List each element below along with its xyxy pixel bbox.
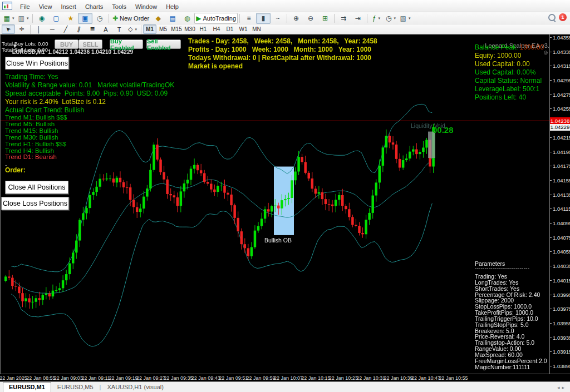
tf-button-mn[interactable]: MN <box>250 24 263 34</box>
trendline-icon: ╱ <box>64 26 68 33</box>
buy-button[interactable]: BUY <box>55 39 78 49</box>
menu-tools[interactable]: Tools <box>107 2 131 12</box>
shapes-icon[interactable]: ◇▾ <box>126 24 139 34</box>
new-order-button[interactable]: ✚New Order <box>111 13 151 24</box>
data-window-icon[interactable]: ▢ <box>49 13 63 24</box>
profiles-icon: ▥ <box>18 14 24 22</box>
horizontal-line-icon[interactable]: ─ <box>46 24 59 34</box>
menu-file[interactable]: File <box>16 2 35 12</box>
chart-tab-xauusd-h1-visual-[interactable]: XAUUSD,H1 (visual) <box>101 382 169 392</box>
templates-icon[interactable]: ▧▾ <box>398 13 412 24</box>
chart-candles-icon[interactable]: ▮ <box>256 13 271 24</box>
menu-help[interactable]: Help <box>161 2 183 12</box>
close-loss-positions-button[interactable]: Close Loss Positions <box>1 197 69 210</box>
price-tick: 1.04095 <box>553 220 570 226</box>
strategy-tester-icon[interactable]: ◷ <box>92 13 107 24</box>
parameter-line: TrailingStopPips: 5.0 <box>475 322 547 328</box>
time-label: 22 Jan 09:43 <box>191 375 220 381</box>
price-tick: 1.04335 <box>553 49 570 55</box>
sell-enabled-button[interactable]: Sell Enabled <box>146 39 181 49</box>
fibonacci-icon[interactable]: ≣ <box>86 24 99 34</box>
dropdown-arrow-icon: ▾ <box>394 16 396 21</box>
close-win-positions-button[interactable]: Close Win Positions <box>5 57 69 70</box>
chart-tab-eurusd-m5[interactable]: EURUSD,M5 <box>51 382 100 392</box>
text-icon[interactable]: A <box>99 24 112 34</box>
shapes-icon: ◇ <box>128 26 132 33</box>
chart-line-icon: ~ <box>276 14 280 22</box>
price-tick: 1.04055 <box>553 249 570 255</box>
auto-scroll-icon[interactable]: ⇉ <box>336 13 351 24</box>
metaeditor-icon: ◆ <box>156 14 161 22</box>
close-all-positions-button[interactable]: Close All Positions <box>5 181 68 194</box>
price-axis[interactable]: 1.04238 1.04229 1.043551.043351.043151.0… <box>549 34 570 374</box>
tf-button-m1[interactable]: M1 <box>143 24 156 34</box>
chart-candles-icon: ▮ <box>262 14 266 22</box>
total-sell-lots: Total Sell Lots: 0.00 <box>2 47 48 53</box>
chart-tabs: EURUSD,M1EURUSD,M5|XAUUSD,H1 (visual) <box>3 382 170 392</box>
time-label: 22 Jan 10:55 <box>439 375 468 381</box>
notification-badge[interactable]: 1 <box>559 13 567 21</box>
text-label-icon[interactable]: T <box>112 24 126 34</box>
zoom-out-icon[interactable]: ⊖ <box>303 13 318 24</box>
fibonacci-icon: ≣ <box>90 26 95 33</box>
equidistant-channel-icon[interactable]: ∥ <box>72 24 86 34</box>
price-tick: 1.04015 <box>553 277 570 284</box>
menu-window[interactable]: Window <box>131 2 161 12</box>
navigator-icon[interactable]: ★ <box>63 13 78 24</box>
ea-status-line: Used Capital: 0.00 <box>475 60 544 68</box>
crosshair-icon[interactable]: ✛ <box>15 24 28 34</box>
time-axis[interactable]: 22 Jan 202522 Jan 08:5522 Jan 09:0322 Ja… <box>0 374 570 381</box>
experts-icon[interactable]: ▤ <box>165 13 180 24</box>
tf-button-m30[interactable]: M30 <box>183 24 196 34</box>
price-tick: 1.04115 <box>553 206 570 212</box>
zoom-in-icon[interactable]: ⊕ <box>289 13 303 24</box>
tf-button-h1[interactable]: H1 <box>196 24 210 34</box>
sell-button[interactable]: SELL <box>78 39 102 49</box>
metaeditor-icon[interactable]: ◆ <box>151 13 165 24</box>
tab-scroll-arrows[interactable]: ◂▸ <box>557 385 567 390</box>
trendline-icon[interactable]: ╱ <box>59 24 72 34</box>
auto-scroll-icon: ⇉ <box>341 14 346 22</box>
toolbar-separator <box>287 14 287 23</box>
vertical-line-icon[interactable]: │ <box>32 24 46 34</box>
search-icon[interactable] <box>548 14 556 21</box>
text-label-icon: T <box>117 26 121 33</box>
chart-bars-icon[interactable]: ≡ <box>242 13 256 24</box>
trend-line: Trend M30: Bullish <box>5 135 67 141</box>
periods-icon[interactable]: ◷▾ <box>384 13 398 24</box>
menu-insert[interactable]: Insert <box>56 2 81 12</box>
trend-line: Trend H1: Bullish $$$ <box>5 141 67 148</box>
toolbar-separator <box>239 14 240 23</box>
menu-view[interactable]: View <box>35 2 57 12</box>
tf-button-h4[interactable]: H4 <box>210 24 223 34</box>
new-chart-icon[interactable]: ▦▾ <box>2 13 16 24</box>
tf-button-m15[interactable]: M15 <box>170 24 183 34</box>
time-label: 22 Jan 09:19 <box>109 375 138 381</box>
chart-line-icon[interactable]: ~ <box>271 13 285 24</box>
ea-status-line: Used Capital: 0.00% <box>475 68 544 77</box>
time-label: 22 Jan 09:03 <box>54 375 83 381</box>
buy-enabled-button[interactable]: Buy Enabled <box>110 39 143 49</box>
profiles-icon[interactable]: ▥▾ <box>16 13 31 24</box>
cursor-icon[interactable]: ➤ <box>2 24 15 34</box>
tile-windows-icon[interactable]: ⊞ <box>318 13 332 24</box>
tf-button-d1[interactable]: D1 <box>223 24 237 34</box>
autotrading-button[interactable]: ▶AutoTrading <box>194 13 238 24</box>
price-tick: 1.03895 <box>553 363 570 369</box>
news-icon[interactable]: ◍ <box>180 13 194 24</box>
time-label: 22 Jan 09:27 <box>136 375 165 381</box>
bid-price-badge: 1.04229 <box>550 124 570 131</box>
toolbar-separator <box>334 14 335 23</box>
tf-button-w1[interactable]: W1 <box>237 24 250 34</box>
market-watch-icon[interactable]: ◉ <box>35 13 49 24</box>
terminal-icon[interactable]: ▣ <box>78 13 92 24</box>
chart-tab-eurusd-m1[interactable]: EURUSD,M1 <box>3 382 51 392</box>
tf-button-m5[interactable]: M5 <box>156 24 170 34</box>
menu-charts[interactable]: Charts <box>81 2 107 12</box>
time-label: 22 Jan 09:59 <box>247 375 276 381</box>
chart-shift-icon[interactable]: ⇥ <box>351 13 365 24</box>
equidistant-channel-icon: ∥ <box>77 26 82 33</box>
ea-stats-line: Trades - Day: 2458, Week: 2458, Month: 2… <box>188 37 377 46</box>
parameters-block: Trading: YesLongTrades: YesShortTrades: … <box>475 274 547 370</box>
indicators-icon[interactable]: ƒ▾ <box>369 13 384 24</box>
